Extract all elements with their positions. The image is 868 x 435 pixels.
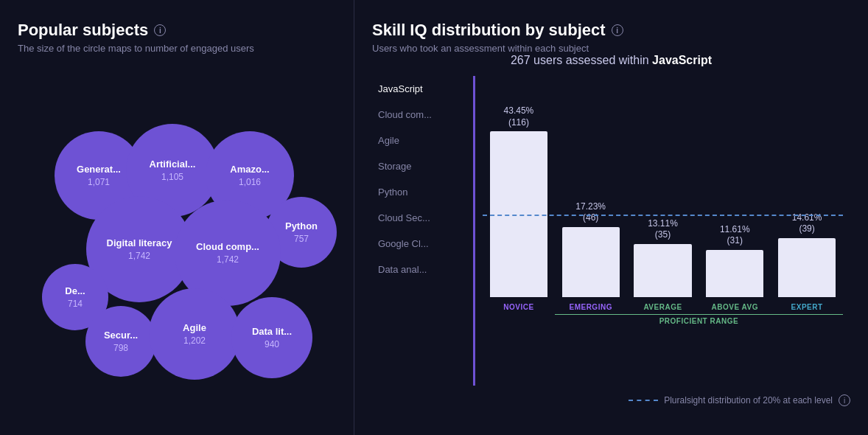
bar-value-emerging: 17.23%(46)	[575, 201, 606, 224]
bubble-count-de: 714	[68, 299, 83, 309]
bubble-count-data-lit: 940	[265, 339, 279, 349]
bubble-count-generat: 1,071	[88, 177, 110, 187]
chart-title-prefix: 267 users assessed within	[511, 54, 649, 66]
bubble-count-secur: 798	[113, 343, 128, 353]
dashed-line	[483, 215, 843, 216]
bar-labels: NOVICEEMERGINGAVERAGEABOVE AVGEXPERT	[483, 303, 843, 311]
chart-title: 267 users assessed within JavaScript	[372, 54, 850, 67]
bar-label-expert: EXPERT	[771, 303, 843, 311]
bar-value-average: 13.11%(35)	[648, 218, 678, 241]
subject-item-data-anal[interactable]: Data anal...	[372, 257, 467, 282]
bubble-label-artificial: Artificial...	[150, 159, 196, 170]
bubble-secur[interactable]: Secur...798	[85, 306, 156, 377]
bubble-count-amazon: 1,016	[239, 177, 261, 187]
bubble-count-agile: 1,202	[183, 335, 206, 346]
bar-col-novice[interactable]: 43.45%(116)	[483, 105, 555, 297]
legend-info-icon[interactable]: i	[839, 394, 850, 406]
bar-rect-above-avg	[706, 250, 763, 297]
bar-col-above-avg[interactable]: 11.61%(31)	[699, 105, 771, 297]
bars-area: 43.45%(116)17.23%(46)13.11%(35)11.61%(31…	[483, 76, 843, 297]
bar-label-name-emerging: EMERGING	[555, 303, 627, 311]
bar-label-name-above-avg: ABOVE AVG	[699, 303, 771, 311]
proficient-range-label: PROFICIENT RANGE	[659, 317, 738, 325]
bubble-label-cloud-comp: Cloud comp...	[196, 241, 259, 253]
skill-iq-title: Skill IQ distribution by subject i	[372, 21, 850, 40]
popular-subjects-subtitle: The size of the circle maps to number of…	[18, 43, 336, 54]
subject-item-cloud-sec[interactable]: Cloud Sec...	[372, 205, 467, 231]
chart-area: JavaScriptCloud com...AgileStoragePython…	[372, 76, 850, 386]
bubble-count-artificial: 1,105	[161, 172, 183, 182]
skill-iq-info-icon[interactable]: i	[612, 24, 623, 36]
subject-list: JavaScriptCloud com...AgileStoragePython…	[372, 76, 475, 386]
proficient-empty-col	[483, 314, 555, 325]
bar-label-novice: NOVICE	[483, 303, 555, 311]
bar-label-name-novice: NOVICE	[483, 303, 555, 311]
bar-label-name-expert: EXPERT	[771, 303, 843, 311]
bar-rect-average	[634, 244, 691, 297]
bar-label-average: AVERAGE	[627, 303, 699, 311]
bubble-label-amazon: Amazo...	[230, 164, 269, 175]
popular-subjects-info-icon[interactable]: i	[154, 24, 166, 36]
subject-item-cloud-com[interactable]: Cloud com...	[372, 102, 467, 128]
bar-col-expert[interactable]: 14.61%(39)	[771, 105, 843, 297]
bubble-count-python: 757	[294, 234, 309, 244]
bar-col-emerging[interactable]: 17.23%(46)	[555, 105, 627, 297]
bubble-label-de: De...	[65, 285, 85, 297]
chart-title-subject: JavaScript	[652, 54, 712, 66]
bar-rect-expert	[778, 238, 836, 297]
legend-text: Pluralsight distribution of 20% at each …	[664, 395, 833, 406]
bubble-count-digital-literacy: 1,742	[128, 251, 150, 261]
subject-item-python[interactable]: Python	[372, 179, 467, 205]
legend-row: Pluralsight distribution of 20% at each …	[372, 394, 850, 406]
bar-col-average[interactable]: 13.11%(35)	[627, 105, 699, 297]
subject-item-agile[interactable]: Agile	[372, 128, 467, 153]
bar-label-name-average: AVERAGE	[627, 303, 699, 311]
bubble-label-python: Python	[285, 220, 318, 232]
left-panel: Popular subjects i The size of the circl…	[0, 0, 354, 435]
subject-item-javascript[interactable]: JavaScript	[372, 76, 467, 102]
subject-item-google-cl[interactable]: Google Cl...	[372, 231, 467, 257]
bubble-data-lit[interactable]: Data lit...940	[231, 297, 312, 378]
bubble-chart: Generat...1,071Artificial...1,105Amazo..…	[18, 61, 335, 378]
bar-rect-emerging	[562, 227, 620, 297]
bubble-label-agile: Agile	[183, 322, 206, 334]
bubble-count-cloud-comp: 1,742	[217, 254, 239, 265]
bubble-label-secur: Secur...	[104, 330, 138, 341]
subject-item-storage[interactable]: Storage	[372, 153, 467, 179]
bar-value-novice: 43.45%(116)	[504, 105, 534, 128]
bubble-agile[interactable]: Agile1,202	[149, 288, 240, 380]
legend-dash	[629, 400, 658, 401]
proficient-span: PROFICIENT RANGE	[555, 314, 843, 325]
bar-value-above-avg: 11.61%(31)	[720, 224, 750, 247]
bar-label-above-avg: ABOVE AVG	[699, 303, 771, 311]
bubble-label-data-lit: Data lit...	[252, 326, 292, 338]
right-panel: Skill IQ distribution by subject i Users…	[354, 0, 868, 435]
proficient-range: PROFICIENT RANGE	[483, 314, 843, 325]
skill-iq-label: Skill IQ distribution by subject	[372, 21, 606, 40]
popular-subjects-label: Popular subjects	[18, 21, 148, 40]
bubble-label-digital-literacy: Digital literacy	[107, 237, 172, 249]
bar-chart-container: 43.45%(116)17.23%(46)13.11%(35)11.61%(31…	[475, 76, 850, 386]
skill-iq-subtitle: Users who took an assessment within each…	[372, 43, 850, 54]
bubble-label-generat: Generat...	[77, 164, 121, 175]
bar-label-emerging: EMERGING	[555, 303, 627, 311]
popular-subjects-title: Popular subjects i	[18, 21, 336, 40]
